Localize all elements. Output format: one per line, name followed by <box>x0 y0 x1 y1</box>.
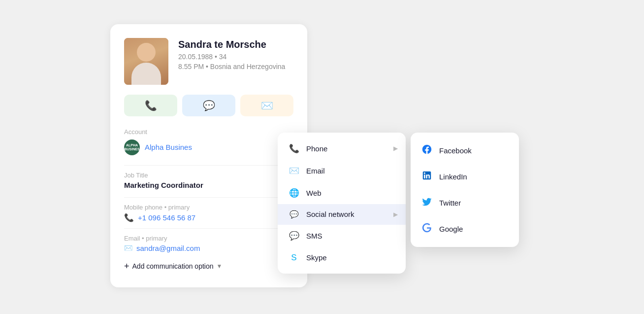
job-label: Job Title <box>124 172 293 179</box>
menu-social-label: Social network <box>306 210 354 218</box>
menu-item-phone[interactable]: 📞 Phone ▶ <box>278 138 406 160</box>
email-value[interactable]: sandra@gmail.com <box>136 244 200 252</box>
divider-3 <box>124 228 293 229</box>
account-badge: ALPHABUSINES <box>124 140 140 155</box>
linkedin-icon <box>421 170 432 183</box>
divider-1 <box>124 165 293 166</box>
menu-item-sms[interactable]: 💬 SMS <box>278 225 406 247</box>
social-arrow-icon: ▶ <box>393 211 398 218</box>
email-icon: ✉️ <box>261 100 273 111</box>
scene: Sandra te Morsche 20.05.1988 • 34 8.55 P… <box>100 14 544 300</box>
account-row: ALPHABUSINES Alpha Busines <box>124 140 293 155</box>
menu-item-email[interactable]: ✉️ Email <box>278 160 406 182</box>
menu-item-social[interactable]: 💬 Social network ▶ <box>278 204 406 225</box>
menu-item-skype[interactable]: S Skype <box>278 247 406 269</box>
arrow-icon: ▶ <box>393 145 398 152</box>
social-menu-icon: 💬 <box>289 210 299 219</box>
avatar <box>124 38 168 85</box>
mobile-label: Mobile phone • primary <box>124 204 293 211</box>
communication-dropdown: 📞 Phone ▶ ✉️ Email 🌐 Web 💬 Social networ… <box>278 133 406 274</box>
action-buttons: 📞 💬 ✉️ <box>124 95 293 116</box>
menu-item-web[interactable]: 🌐 Web <box>278 182 406 204</box>
phone-field-icon: 📞 <box>124 213 134 222</box>
job-title: Marketing Coordinator <box>124 181 293 189</box>
contact-time: 8.55 PM • Bosnia and Herzegovina <box>178 63 293 70</box>
email-label: Email • primary <box>124 235 293 242</box>
menu-phone-label: Phone <box>306 144 327 153</box>
chat-icon: 💬 <box>203 100 215 111</box>
add-option-label: Add communication option <box>132 262 214 270</box>
plus-icon: + <box>124 261 129 272</box>
menu-email-label: Email <box>306 167 325 175</box>
google-label: Google <box>439 225 463 233</box>
menu-web-label: Web <box>306 189 322 197</box>
divider-2 <box>124 197 293 198</box>
phone-menu-icon: 📞 <box>289 143 299 154</box>
email-row: ✉️ sandra@gmail.com <box>124 244 293 252</box>
account-name[interactable]: Alpha Busines <box>145 143 192 151</box>
sub-menu-item-google[interactable]: Google <box>411 216 519 242</box>
phone-icon: 📞 <box>145 100 157 111</box>
email-field-icon: ✉️ <box>124 244 132 252</box>
phone-value[interactable]: +1 096 546 56 87 <box>138 213 195 222</box>
chat-button[interactable]: 💬 <box>182 95 235 116</box>
chevron-down-icon: ▼ <box>217 263 223 270</box>
twitter-icon <box>421 196 432 209</box>
phone-button[interactable]: 📞 <box>124 95 177 116</box>
google-icon <box>421 222 432 236</box>
contact-name: Sandra te Morsche <box>178 38 293 51</box>
email-button[interactable]: ✉️ <box>240 95 293 116</box>
menu-sms-label: SMS <box>306 232 322 240</box>
sub-menu-item-facebook[interactable]: Facebook <box>411 138 519 164</box>
account-label: Account <box>124 128 293 136</box>
contact-dob: 20.05.1988 • 34 <box>178 53 293 61</box>
email-menu-icon: ✉️ <box>289 166 299 176</box>
skype-menu-icon: S <box>289 253 299 263</box>
add-communication-button[interactable]: + Add communication option ▼ <box>124 261 293 272</box>
web-menu-icon: 🌐 <box>289 188 299 198</box>
contact-info: Sandra te Morsche 20.05.1988 • 34 8.55 P… <box>178 38 293 70</box>
twitter-label: Twitter <box>439 199 461 207</box>
phone-row: 📞 +1 096 546 56 87 <box>124 213 293 222</box>
contact-header: Sandra te Morsche 20.05.1988 • 34 8.55 P… <box>124 38 293 85</box>
sub-menu-item-linkedin[interactable]: LinkedIn <box>411 164 519 190</box>
facebook-label: Facebook <box>439 146 472 155</box>
linkedin-label: LinkedIn <box>439 173 467 181</box>
social-sub-menu: Facebook LinkedIn Twitter Google <box>411 133 519 247</box>
facebook-icon <box>421 144 432 157</box>
sms-menu-icon: 💬 <box>289 231 299 241</box>
sub-menu-item-twitter[interactable]: Twitter <box>411 190 519 216</box>
menu-skype-label: Skype <box>306 253 327 262</box>
